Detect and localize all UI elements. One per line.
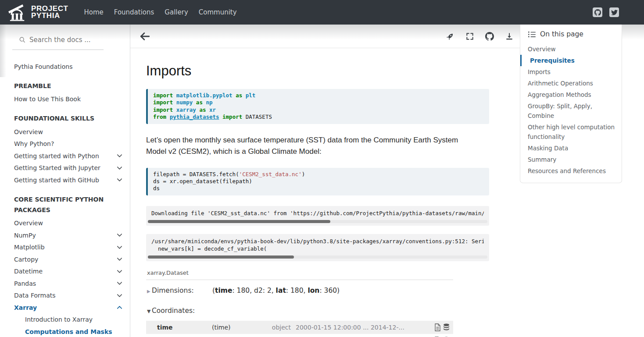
sidebar-item-pandas[interactable]: Pandas [0,277,130,290]
toc-item-prerequisites[interactable]: Prerequisites [520,55,622,66]
navbar: PROJECT PYTHIA HomeFoundationsGalleryCom… [0,0,644,25]
coordinates-table: time(time)object2000-01-15 12:00:00 ... … [146,321,453,337]
nav-link-foundations[interactable]: Foundations [111,8,158,16]
expanded-arrow-icon: ▼ [146,309,152,314]
sidebar-item-label: Overview [14,220,122,227]
collapsed-arrow-icon: ▶ [146,289,152,294]
intro-paragraph: Let’s open the monthly sea surface tempe… [146,135,473,157]
coord-dtype: object [256,324,291,331]
data-db-icon[interactable] [443,323,450,331]
back-arrow-button[interactable] [139,31,150,42]
sidebar-item-label: Cartopy [14,256,117,263]
sidebar-item-label: Xarray [14,304,117,311]
xarray-dimensions-row[interactable]: ▶ Dimensions: (time: 180, d2: 2, lat: 18… [146,287,453,294]
chevron-down-icon [117,178,122,182]
sidebar-item-getting-started-with-python[interactable]: Getting started with Python [0,150,130,162]
nav-link-community[interactable]: Community [195,8,240,16]
sidebar-item-overview[interactable]: Overview [0,126,130,138]
toc-list: OverviewPrerequisitesImportsArithmetic O… [520,43,622,177]
toc-item-summary[interactable]: Summary [520,154,622,165]
sidebar-item-label: Data Formats [14,292,117,299]
nav-link-gallery[interactable]: Gallery [161,8,191,16]
xarray-coordinates-row[interactable]: ▼ Coordinates: [146,307,453,315]
code-cell-open-dataset[interactable]: filepath = DATASETS.fetch('CESM2_sst_dat… [146,168,489,195]
sidebar-nav: Pythia FoundationsPREAMBLEHow to Use Thi… [0,60,130,337]
brand-title: PROJECT PYTHIA [31,5,68,19]
toc-item-arithmetic-operations[interactable]: Arithmetic Operations [520,78,622,89]
sidebar-item-matplotlib[interactable]: Matplotlib [0,241,130,254]
fullscreen-button[interactable] [465,32,474,41]
sidebar-item-introduction-to-xarray[interactable]: Introduction to Xarray [0,314,130,326]
toc-item-aggregation-methods[interactable]: Aggregation Methods [520,89,622,100]
sidebar-item-how-to-use-this-book[interactable]: How to Use This Book [0,93,130,106]
article: Imports import matplotlib.pyplot as plti… [130,63,520,337]
search-input[interactable]: Search the docs ... [12,36,104,50]
divider [146,280,453,280]
horizontal-scrollbar[interactable] [148,220,487,223]
nav-link-home[interactable]: Home [81,8,107,16]
coord-values: 2000-01-15 12:00:00 ... 2014-12-... [296,324,434,331]
coord-dims: (time) [212,324,256,331]
sidebar-item-label: Pythia Foundations [14,63,122,70]
sidebar-item-xarray[interactable]: Xarray [0,302,130,314]
sidebar-section-caption: CORE SCIENTIFIC PYTHON PACKAGES [14,194,112,216]
chevron-down-icon [117,154,122,158]
sidebar-item-overview[interactable]: Overview [0,217,130,230]
output-download: Downloading file 'CESM2_sst_data.nc' fro… [146,206,489,226]
sidebar-item-datetime[interactable]: Datetime [0,266,130,278]
scrollbar-thumb[interactable] [148,220,330,223]
attrs-file-icon[interactable] [434,323,441,331]
sidebar-item-label: Introduction to Xarray [25,316,122,323]
brand-logo[interactable]: PROJECT PYTHIA [8,4,68,21]
horizontal-scrollbar[interactable] [148,255,487,259]
github-link[interactable] [593,7,602,17]
main-nav: HomeFoundationsGalleryCommunity [79,8,242,16]
toc-item-overview[interactable]: Overview [520,43,622,55]
code-cell-imports[interactable]: import matplotlib.pyplot as pltimport nu… [146,89,489,124]
toc-item-groupby-split-apply-combine[interactable]: GroupBy: Split, Apply, Combine [520,100,622,121]
sidebar-item-cartopy[interactable]: Cartopy [0,253,130,266]
sidebar-item-label: Getting Started with Jupyter [14,164,117,171]
launch-rocket-button[interactable] [446,32,454,41]
download-button[interactable] [505,32,514,41]
github-icon [594,9,601,16]
main-column: Imports import matplotlib.pyplot as plti… [130,25,520,337]
sidebar-item-getting-started-with-github[interactable]: Getting started with GitHub [0,174,130,186]
sidebar-item-label: NumPy [14,232,117,239]
coordinate-row-lat: lat(lat)float64-89.5 -88.5 -87.5 ... 88.… [146,334,453,337]
github-repo-button[interactable] [485,32,494,41]
sidebar-item-label: Pandas [14,280,117,287]
sidebar-item-computations-and-masks[interactable]: Computations and Masks [0,326,130,337]
sidebar-item-label: Getting started with GitHub [14,177,117,184]
toc-item-resources-and-references[interactable]: Resources and References [520,165,622,177]
output-text: /usr/share/miniconda/envs/pythia-book-de… [151,238,484,252]
page-toc: On this page OverviewPrerequisitesImport… [520,25,622,183]
search-icon [19,37,25,43]
sidebar-item-label: Why Python? [14,140,122,147]
sidebar-item-label: How to Use This Book [14,96,122,103]
toc-item-masking-data[interactable]: Masking Data [520,142,622,154]
dimensions-value: (time: 180, d2: 2, lat: 180, lon: 360) [212,287,340,294]
xarray-repr: xarray.Dataset ▶ Dimensions: (time: 180,… [146,270,453,337]
twitter-link[interactable] [609,7,619,17]
toc-item-other-high-level-computation-functionality[interactable]: Other high level computation functionali… [520,121,622,142]
sidebar-item-why-python-[interactable]: Why Python? [0,138,130,150]
coordinate-row-time: time(time)object2000-01-15 12:00:00 ... … [146,321,453,334]
sidebar-item-data-formats[interactable]: Data Formats [0,290,130,302]
sidebar-item-label: Computations and Masks [25,328,122,335]
output-warning: /usr/share/miniconda/envs/pythia-book-de… [146,234,489,261]
chevron-down-icon [117,270,122,273]
sidebar-section-caption: PREAMBLE [14,80,112,92]
toc-item-imports[interactable]: Imports [520,66,622,78]
sidebar-item-label: Matplotlib [14,244,117,251]
sidebar-item-label: Overview [14,128,122,135]
sidebar-item-label: Datetime [14,268,117,275]
chevron-down-icon [117,166,122,170]
chevron-down-icon [117,233,122,237]
sidebar-item-pythia-foundations[interactable]: Pythia Foundations [0,60,130,73]
pythia-temple-icon [8,4,28,21]
sidebar-item-numpy[interactable]: NumPy [0,229,130,241]
coord-name: time [146,324,212,331]
sidebar-item-getting-started-with-jupyter[interactable]: Getting Started with Jupyter [0,162,130,174]
scrollbar-thumb[interactable] [148,255,294,259]
